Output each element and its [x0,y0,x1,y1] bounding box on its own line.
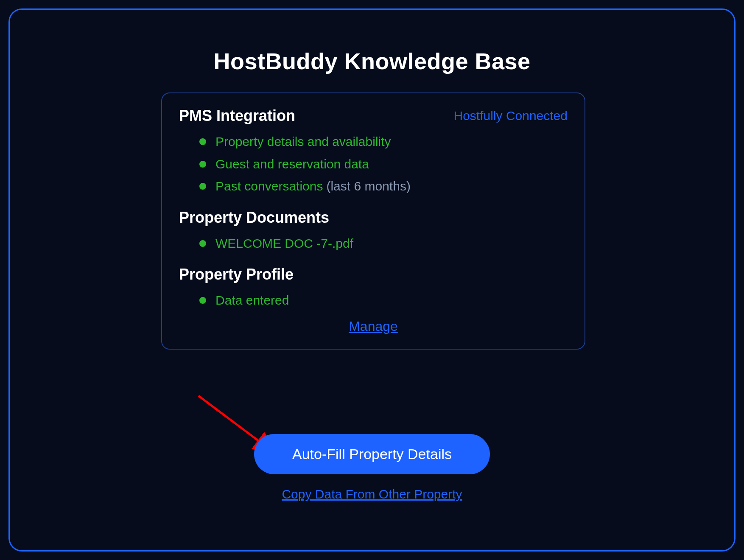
copy-data-link[interactable]: Copy Data From Other Property [282,487,462,501]
manage-link[interactable]: Manage [179,319,568,334]
list-item: Data entered [199,289,568,312]
pms-heading: PMS Integration [179,107,295,125]
list-item-suffix: (last 6 months) [326,175,410,198]
list-item-label: WELCOME DOC -7-.pdf [215,232,353,255]
page-title: HostBuddy Knowledge Base [10,48,734,74]
list-item-label: Property details and availability [215,131,391,153]
status-dot-icon [199,183,206,190]
list-item: WELCOME DOC -7-.pdf [199,232,568,255]
status-dot-icon [199,161,206,168]
list-item-label: Data entered [215,289,289,312]
status-dot-icon [199,297,206,304]
list-item: Property details and availability [199,131,568,153]
list-item: Guest and reservation data [199,153,568,176]
profile-list: Data entered [179,289,568,312]
list-item: Past conversations (last 6 months) [199,175,568,198]
profile-heading: Property Profile [179,266,568,283]
status-dot-icon [199,138,206,145]
knowledge-base-panel: HostBuddy Knowledge Base PMS Integration… [8,8,736,552]
status-dot-icon [199,240,206,247]
list-item-label: Guest and reservation data [215,153,369,176]
pms-list: Property details and availability Guest … [179,131,568,198]
auto-fill-button[interactable]: Auto-Fill Property Details [254,434,490,474]
cta-area: Auto-Fill Property Details Copy Data Fro… [10,434,734,501]
list-item-label: Past conversations [215,175,323,198]
knowledge-base-card: PMS Integration Hostfully Connected Prop… [161,92,585,350]
pms-status[interactable]: Hostfully Connected [454,109,568,123]
pms-header-row: PMS Integration Hostfully Connected [179,107,568,131]
docs-heading: Property Documents [179,209,568,227]
docs-list: WELCOME DOC -7-.pdf [179,232,568,255]
